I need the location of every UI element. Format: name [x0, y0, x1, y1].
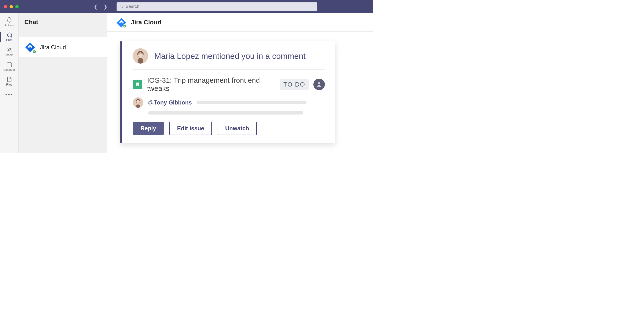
jira-icon	[116, 17, 126, 28]
svg-point-13	[318, 82, 320, 84]
minimize-window-button[interactable]	[10, 5, 13, 8]
chat-icon	[6, 32, 12, 38]
chat-list-panel: Chat	[19, 13, 107, 153]
svg-line-1	[122, 7, 123, 8]
window-controls	[3, 5, 19, 8]
svg-point-16	[136, 100, 140, 103]
reply-button[interactable]: Reply	[133, 122, 164, 135]
rail-calendar[interactable]: Calendar	[0, 61, 18, 73]
card-actions: Reply Edit issue Unwatch	[133, 115, 325, 135]
issue-status-badge: TO DO	[280, 79, 308, 90]
issue-row[interactable]: IOS-31: Trip management front end tweaks…	[133, 70, 325, 93]
search-input[interactable]	[126, 4, 314, 9]
file-icon	[6, 76, 12, 83]
rail-chat-label: Chat	[6, 39, 12, 42]
close-window-button[interactable]	[4, 5, 7, 8]
rail-teams-label: Teams	[5, 53, 14, 57]
svg-point-0	[120, 5, 122, 7]
mention-text: @Tony Gibbons	[148, 99, 192, 106]
conversation-panel: Jira Cloud	[107, 13, 373, 153]
calendar-icon	[6, 62, 12, 68]
chat-item-title: Jira Cloud	[40, 44, 66, 51]
people-icon	[6, 47, 12, 53]
app-rail: Activity Chat Teams Calendar	[0, 13, 19, 153]
issue-title: IOS-31: Trip management front end tweaks	[147, 76, 275, 93]
rail-activity-label: Activity	[4, 24, 14, 27]
card-headline: Maria Lopez mentioned you in a comment	[154, 51, 306, 61]
story-type-icon	[133, 80, 142, 89]
svg-rect-12	[138, 58, 143, 64]
rail-more-button[interactable]: •••	[5, 90, 13, 98]
assignee-avatar	[314, 79, 325, 90]
back-button[interactable]: ❮	[94, 4, 98, 10]
comment-text-placeholder	[196, 101, 306, 104]
commenter-avatar	[133, 97, 143, 108]
presence-available-icon	[32, 50, 36, 54]
conversation-title: Jira Cloud	[131, 19, 161, 26]
history-nav: ❮ ❯	[94, 4, 108, 10]
search-icon	[120, 4, 123, 9]
maximize-window-button[interactable]	[15, 5, 19, 8]
conversation-header: Jira Cloud	[107, 13, 373, 32]
title-bar: ❮ ❯	[0, 0, 373, 13]
rail-chat[interactable]: Chat	[0, 31, 18, 43]
unwatch-button[interactable]: Unwatch	[218, 122, 257, 135]
search-box[interactable]	[116, 3, 317, 11]
notification-card: Maria Lopez mentioned you in a comment I…	[120, 41, 336, 143]
svg-point-2	[8, 48, 9, 50]
comment-preview: @Tony Gibbons	[133, 93, 325, 108]
jira-icon	[24, 42, 36, 53]
chat-item-jira-cloud[interactable]: Jira Cloud	[19, 37, 107, 58]
svg-point-3	[10, 48, 11, 50]
bell-icon	[6, 17, 12, 23]
forward-button[interactable]: ❯	[104, 4, 108, 10]
chat-list-header: Chat	[19, 13, 107, 31]
svg-rect-17	[136, 105, 140, 108]
edit-issue-button[interactable]: Edit issue	[169, 122, 212, 135]
rail-files-label: Files	[6, 83, 12, 86]
svg-rect-4	[7, 63, 12, 67]
rail-calendar-label: Calendar	[3, 68, 15, 72]
author-avatar	[133, 48, 148, 64]
comment-text-placeholder	[148, 111, 303, 115]
presence-available-icon	[123, 24, 126, 28]
rail-files[interactable]: Files	[0, 75, 18, 87]
rail-activity[interactable]: Activity	[0, 16, 18, 28]
rail-teams[interactable]: Teams	[0, 46, 18, 58]
